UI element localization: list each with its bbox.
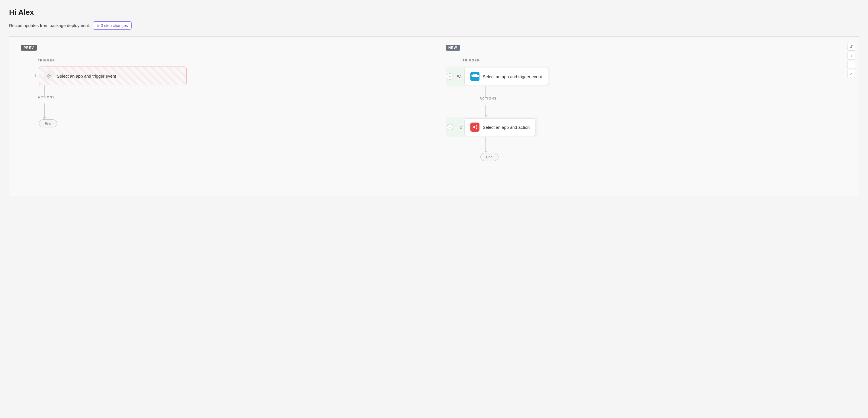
- new-arrow-1: [484, 115, 488, 117]
- step-changes-button[interactable]: ≡ 3 step changes: [93, 21, 132, 30]
- page-title: Hi Alex: [9, 8, 859, 17]
- comparison-area: PREV TRIGGER − 1 Select an app and trigg…: [9, 37, 859, 196]
- zoom-in-button[interactable]: +: [847, 52, 855, 60]
- new-trigger-text: Select an app and trigger event: [483, 74, 542, 79]
- prev-connector-1: [44, 85, 45, 95]
- prev-arrow: [43, 117, 46, 119]
- action-plus-button[interactable]: +: [447, 124, 453, 130]
- new-badge: NEW: [446, 45, 460, 51]
- new-action-icon: a: [470, 123, 479, 132]
- recipe-updates-bar: Recipe updates from package deployment: …: [9, 21, 859, 30]
- step-changes-label: 3 step changes: [101, 23, 128, 28]
- zoom-out-button[interactable]: −: [847, 61, 855, 69]
- new-action-text: Select an app and action: [483, 125, 530, 130]
- prev-trigger-label: TRIGGER: [38, 59, 423, 62]
- prev-badge: PREV: [21, 45, 37, 51]
- zoom-controls: ↺ + − ⤢: [847, 43, 855, 78]
- svg-text:a: a: [473, 124, 475, 129]
- new-actions-label: ACTIONS: [480, 97, 847, 100]
- new-action-number: 2: [455, 125, 462, 129]
- recipe-updates-label: Recipe updates from package deployment:: [9, 23, 90, 28]
- fit-button[interactable]: ⤢: [847, 70, 855, 78]
- prev-end-node: End: [39, 119, 57, 127]
- new-end-node: End: [480, 153, 498, 161]
- refresh-button[interactable]: ↺: [847, 43, 855, 51]
- prev-trigger-text: Select an app and trigger event: [57, 73, 116, 79]
- new-connector-1: [486, 86, 486, 97]
- new-panel: NEW ↺ + − ⤢ TRIGGER + 1 ↖: [434, 37, 859, 196]
- new-connector-3: [486, 137, 486, 151]
- prev-minus-icon: −: [21, 73, 28, 79]
- steps-icon: ≡: [97, 23, 99, 28]
- new-trigger-number: 1: [455, 74, 462, 79]
- new-connector-2: [486, 104, 486, 115]
- prev-actions-label: ACTIONS: [38, 95, 423, 99]
- prev-trigger-number: 1: [30, 73, 37, 78]
- new-trigger-icon: [470, 72, 479, 81]
- new-trigger-label: TRIGGER: [463, 59, 847, 62]
- prev-connector-2: [44, 103, 45, 117]
- prev-panel: PREV TRIGGER − 1 Select an app and trigg…: [9, 37, 434, 196]
- trigger-plus-button[interactable]: +: [447, 73, 453, 80]
- prev-trigger-icon: [44, 71, 54, 81]
- new-arrow-2: [484, 151, 488, 153]
